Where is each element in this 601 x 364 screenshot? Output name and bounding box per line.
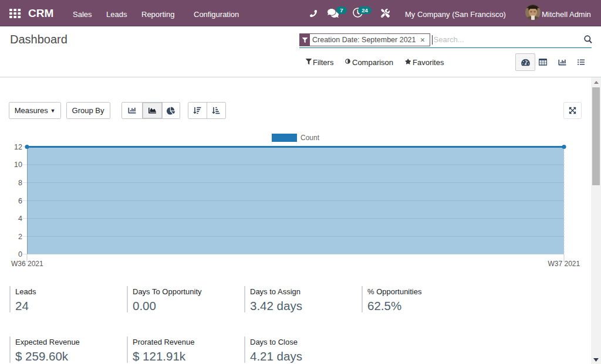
svg-text:W36 2021: W36 2021 <box>11 260 43 268</box>
svg-text:10: 10 <box>14 161 22 169</box>
svg-text:4: 4 <box>18 215 22 223</box>
svg-text:2: 2 <box>18 233 22 241</box>
svg-text:W37 2021: W37 2021 <box>548 260 580 268</box>
svg-text:6: 6 <box>18 197 22 205</box>
svg-text:12: 12 <box>14 143 22 151</box>
svg-text:8: 8 <box>18 179 22 187</box>
svg-text:0: 0 <box>18 250 22 258</box>
svg-text:Count: Count <box>300 134 320 142</box>
